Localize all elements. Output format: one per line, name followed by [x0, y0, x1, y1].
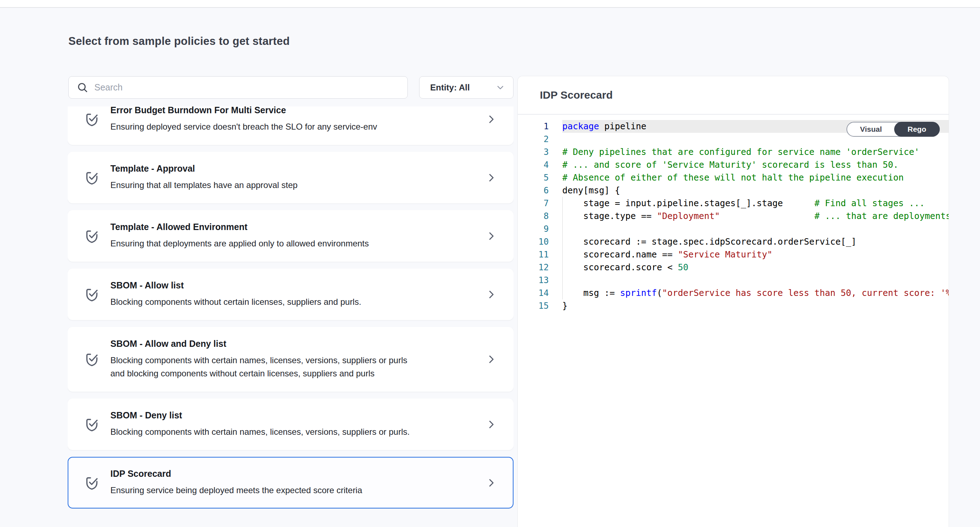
shield-check-icon	[83, 227, 100, 245]
preview-title: IDP Scorecard	[540, 89, 613, 101]
toggle-rego-button[interactable]: Rego	[894, 122, 940, 137]
entity-filter-dropdown[interactable]: Entity: All	[419, 76, 514, 99]
policy-description: Blocking components with certain names, …	[110, 353, 424, 380]
search-input[interactable]	[94, 82, 399, 92]
line-number: 9	[518, 223, 562, 236]
policy-title: Template - Approval	[110, 164, 475, 174]
line-number: 15	[518, 299, 562, 312]
policy-card-text: SBOM - Deny list Blocking components wit…	[110, 410, 475, 438]
code-line-content: # Absence of either of these will not ha…	[562, 171, 949, 184]
code-line-content: # ... and score of 'Service Maturity' sc…	[562, 158, 949, 171]
code-line: 5# Absence of either of these will not h…	[518, 171, 949, 184]
line-number: 5	[518, 171, 562, 184]
chevron-right-icon	[485, 230, 498, 242]
code-line: 11 scorecard.name == "Service Maturity"	[518, 248, 949, 261]
shield-check-icon	[83, 169, 100, 187]
code-line-content	[562, 223, 949, 236]
chevron-down-icon	[495, 83, 505, 92]
line-number: 8	[518, 210, 562, 223]
chevron-right-icon	[485, 113, 498, 126]
policy-list: Error Budget Burndown For Multi Service …	[68, 107, 514, 527]
policy-title: SBOM - Allow and Deny list	[110, 339, 475, 349]
line-number: 1	[518, 120, 562, 133]
rego-code-editor: 1package pipeline23# Deny pipelines that…	[518, 120, 949, 312]
line-number: 3	[518, 146, 562, 158]
code-line-content: }	[562, 299, 949, 312]
policy-card[interactable]: Template - Allowed Environment Ensuring …	[68, 210, 514, 262]
code-line-content: msg := sprintf("orderService has score l…	[562, 287, 949, 299]
code-line-content: stage.type == "Deployment" # ... that ar…	[562, 210, 949, 223]
code-line: 14 msg := sprintf("orderService has scor…	[518, 287, 949, 299]
chevron-right-icon	[485, 476, 498, 489]
code-line: 9	[518, 223, 949, 236]
code-line: 12 scorecard.score < 50	[518, 261, 949, 274]
code-line-content: scorecard.score < 50	[562, 261, 949, 274]
chevron-right-icon	[485, 171, 498, 184]
shield-check-icon	[83, 474, 100, 492]
line-number: 6	[518, 184, 562, 197]
policy-description: Ensuring deployed service doesn't breach…	[110, 120, 424, 133]
shield-check-icon	[83, 110, 100, 129]
policy-card[interactable]: IDP Scorecard Ensuring service being dep…	[68, 457, 514, 508]
policy-description: Ensuring that deployments are applied on…	[110, 237, 424, 250]
policy-title: IDP Scorecard	[110, 469, 475, 479]
policy-preview-panel: IDP Scorecard Visual Rego 1package pipel…	[517, 76, 949, 527]
line-number: 4	[518, 158, 562, 171]
line-number: 7	[518, 197, 562, 210]
code-line-content: # Deny pipelines that are configured for…	[562, 146, 949, 158]
line-number: 2	[518, 133, 562, 146]
code-line-content: deny[msg] {	[562, 184, 949, 197]
chevron-right-icon	[485, 353, 498, 366]
policy-card-text: SBOM - Allow list Blocking components wi…	[110, 280, 475, 308]
page-title: Select from sample policies to get start…	[68, 35, 290, 48]
toggle-visual-button[interactable]: Visual	[847, 123, 894, 136]
policy-card-text: Error Budget Burndown For Multi Service …	[110, 107, 475, 133]
preview-header: IDP Scorecard	[518, 76, 949, 115]
entity-filter-label: Entity: All	[430, 83, 470, 92]
line-number: 11	[518, 248, 562, 261]
policy-title: SBOM - Allow list	[110, 280, 475, 291]
code-line-content: scorecard := stage.spec.idpScorecard.ord…	[562, 236, 949, 248]
line-number: 13	[518, 274, 562, 287]
line-number: 14	[518, 287, 562, 299]
shield-check-icon	[83, 285, 100, 304]
policy-card[interactable]: Error Budget Burndown For Multi Service …	[68, 107, 514, 145]
policy-description: Blocking components without certain lice…	[110, 295, 424, 308]
chevron-right-icon	[485, 288, 498, 301]
policy-card[interactable]: SBOM - Allow and Deny list Blocking comp…	[68, 327, 514, 392]
code-line-content: scorecard.name == "Service Maturity"	[562, 248, 949, 261]
code-line: 10 scorecard := stage.spec.idpScorecard.…	[518, 236, 949, 248]
policy-card-text: IDP Scorecard Ensuring service being dep…	[110, 469, 475, 497]
search-icon	[76, 81, 89, 94]
code-line: 8 stage.type == "Deployment" # ... that …	[518, 210, 949, 223]
shield-check-icon	[83, 415, 100, 434]
search-box[interactable]	[68, 76, 408, 99]
code-line-content	[562, 274, 949, 287]
policy-card[interactable]: SBOM - Deny list Blocking components wit…	[68, 398, 514, 450]
policy-card[interactable]: SBOM - Allow list Blocking components wi…	[68, 269, 514, 320]
code-line: 4# ... and score of 'Service Maturity' s…	[518, 158, 949, 171]
policy-description: Blocking components with certain names, …	[110, 425, 424, 438]
code-line: 7 stage = input.pipeline.stages[_].stage…	[518, 197, 949, 210]
policy-title: Error Budget Burndown For Multi Service	[110, 107, 475, 115]
policy-description: Ensuring that all templates have an appr…	[110, 178, 424, 191]
policy-card-text: SBOM - Allow and Deny list Blocking comp…	[110, 339, 475, 380]
line-number: 12	[518, 261, 562, 274]
code-line: 6deny[msg] {	[518, 184, 949, 197]
policy-card[interactable]: Template - Approval Ensuring that all te…	[68, 152, 514, 203]
view-mode-toggle[interactable]: Visual Rego	[846, 122, 940, 137]
shield-check-icon	[83, 350, 100, 369]
policy-title: SBOM - Deny list	[110, 410, 475, 420]
code-line-content: stage = input.pipeline.stages[_].stage #…	[562, 197, 949, 210]
policy-card-text: Template - Allowed Environment Ensuring …	[110, 222, 475, 250]
policy-title: Template - Allowed Environment	[110, 222, 475, 232]
line-number: 10	[518, 236, 562, 248]
top-bar	[0, 0, 980, 8]
chevron-right-icon	[485, 418, 498, 431]
policy-card-text: Template - Approval Ensuring that all te…	[110, 164, 475, 191]
policy-description: Ensuring service being deployed meets th…	[110, 484, 424, 497]
code-line: 15}	[518, 299, 949, 312]
code-line: 3# Deny pipelines that are configured fo…	[518, 146, 949, 158]
code-line: 13	[518, 274, 949, 287]
